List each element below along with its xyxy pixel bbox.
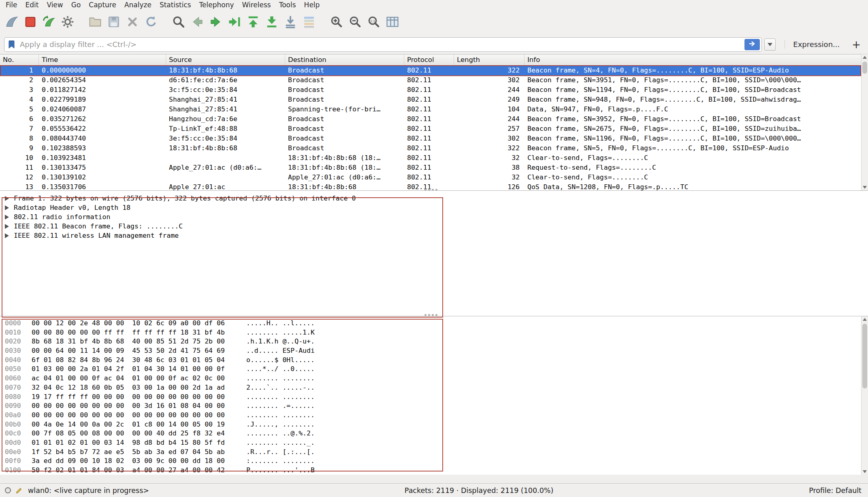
filter-history-dropdown[interactable]: [764, 38, 776, 51]
packet-row[interactable]: 90.10238859318:31:bf:4b:8b:68Broadcast80…: [0, 143, 868, 153]
display-filter-input[interactable]: [17, 40, 744, 49]
packet-row[interactable]: 50.024060087Shanghai_27:85:41Spanning-tr…: [0, 105, 868, 114]
hex-row[interactable]: 00d001 01 01 02 01 00 03 14 98 d8 bd b4 …: [5, 438, 868, 448]
packet-row[interactable]: 20.002654354d6:61:fe:cd:7a:6eBroadcast80…: [0, 75, 868, 85]
menu-wireless[interactable]: Wireless: [238, 0, 275, 10]
hex-row[interactable]: 007032 04 0c 12 18 60 0b 05 03 00 1a 00 …: [5, 383, 868, 392]
find-packet-button[interactable]: [169, 12, 188, 32]
open-file-button[interactable]: [86, 12, 105, 32]
restart-capture-button[interactable]: [40, 12, 58, 32]
filter-bookmark-icon[interactable]: [7, 40, 17, 49]
scroll-up-arrow-icon[interactable]: [862, 316, 868, 323]
packet-row[interactable]: 130.135031706Apple_27:01:ac18:31:bf:4b:8…: [0, 182, 868, 190]
expander-icon[interactable]: [5, 196, 9, 201]
zoom-in-button[interactable]: [327, 12, 346, 32]
stop-capture-button[interactable]: [21, 12, 40, 32]
zoom-out-button[interactable]: [346, 12, 365, 32]
detail-line[interactable]: Radiotap Header v0, Length 18: [3, 203, 868, 212]
resize-columns-button[interactable]: [383, 12, 402, 32]
go-last-packet-button[interactable]: [262, 12, 281, 32]
column-header-no[interactable]: No.: [0, 55, 39, 65]
start-capture-button[interactable]: [2, 12, 21, 32]
save-file-button[interactable]: [105, 12, 123, 32]
expander-icon[interactable]: [5, 233, 9, 238]
scroll-down-arrow-icon[interactable]: [862, 184, 868, 190]
expander-icon[interactable]: [5, 205, 9, 210]
apply-filter-button[interactable]: [744, 39, 760, 50]
hex-row[interactable]: 000000 00 12 00 2e 48 00 00 10 02 6c 09 …: [5, 319, 868, 328]
menu-analyze[interactable]: Analyze: [120, 0, 156, 10]
hex-row[interactable]: 00406f 01 08 82 84 8b 96 24 30 48 6c 03 …: [5, 356, 868, 365]
packet-row[interactable]: 10.00000000018:31:bf:4b:8b:68Broadcast80…: [0, 66, 868, 75]
pane-splitter-handle[interactable]: [424, 189, 427, 191]
scroll-up-arrow-icon[interactable]: [862, 54, 868, 61]
auto-scroll-button[interactable]: [281, 12, 300, 32]
go-to-packet-button[interactable]: [225, 12, 244, 32]
hex-bytes: 8b 68 18 31 bf 4b 8b 68 40 00 85 51 2d 7…: [32, 337, 228, 346]
colorize-packets-button[interactable]: [300, 12, 318, 32]
column-header-info[interactable]: Info: [525, 55, 868, 65]
hex-row[interactable]: 00f03a ed dd 09 00 10 18 02 03 00 9c 00 …: [5, 456, 868, 466]
packet-row[interactable]: 30.0118271423c:f5:cc:0e:35:84Broadcast80…: [0, 85, 868, 95]
detail-line[interactable]: IEEE 802.11 Beacon frame, Flags: .......…: [3, 222, 868, 231]
expression-button[interactable]: Expression...: [785, 40, 840, 49]
menu-telephony[interactable]: Telephony: [195, 0, 238, 10]
hex-row[interactable]: 00a000 00 00 00 00 00 00 00 00 00 00 00 …: [5, 411, 868, 420]
menu-view[interactable]: View: [43, 0, 67, 10]
column-header-source[interactable]: Source: [166, 55, 285, 65]
expander-icon[interactable]: [5, 224, 9, 229]
menu-file[interactable]: File: [2, 0, 21, 10]
packet-row[interactable]: 60.035271262Hangzhou_cd:7a:6eBroadcast80…: [0, 114, 868, 124]
packet-row[interactable]: 70.055536422Tp-LinkT_ef:48:88Broadcast80…: [0, 124, 868, 134]
capture-status-icon[interactable]: [5, 487, 11, 493]
scroll-thumb[interactable]: [862, 324, 867, 388]
column-header-time[interactable]: Time: [39, 55, 166, 65]
zoom-reset-button[interactable]: 1:1: [365, 12, 383, 32]
packet-list-scrollbar[interactable]: [861, 54, 868, 190]
hex-offset: 0060: [5, 374, 23, 383]
hex-row[interactable]: 0060ac 04 01 00 00 0f ac 04 01 00 00 0f …: [5, 374, 868, 383]
menu-capture[interactable]: Capture: [85, 0, 120, 10]
hex-row[interactable]: 010050 f2 02 01 01 84 00 03 a4 00 00 27 …: [5, 466, 868, 475]
profile-label[interactable]: Profile: Default: [809, 486, 862, 495]
hex-row[interactable]: 00c000 7f 08 05 00 08 00 00 00 00 40 dd …: [5, 429, 868, 438]
capture-comment-pencil-icon[interactable]: [15, 486, 23, 495]
scroll-thumb[interactable]: [862, 62, 867, 74]
hex-row[interactable]: 005001 03 00 00 2a 01 04 2f 01 04 30 14 …: [5, 365, 868, 374]
go-forward-button[interactable]: [207, 12, 225, 32]
reload-file-button[interactable]: [142, 12, 160, 32]
go-first-packet-button[interactable]: [244, 12, 262, 32]
packet-row[interactable]: 110.130133475Apple_27:01:ac (d0:a6:…18:3…: [0, 163, 868, 173]
packet-row[interactable]: 40.022799189Shanghai_27:85:41Broadcast80…: [0, 95, 868, 105]
hex-row[interactable]: 001000 00 80 00 00 00 ff ff ff ff ff ff …: [5, 328, 868, 337]
expander-icon[interactable]: [5, 215, 9, 220]
menu-edit[interactable]: Edit: [21, 0, 43, 10]
go-back-button[interactable]: [188, 12, 207, 32]
column-header-destination[interactable]: Destination: [285, 55, 404, 65]
close-file-button[interactable]: [123, 12, 142, 32]
hex-row[interactable]: 009000 00 00 00 00 00 00 00 00 3d 16 01 …: [5, 401, 868, 411]
packet-row[interactable]: 80.0804437403e:f5:cc:0e:35:84Broadcast80…: [0, 134, 868, 143]
hex-row[interactable]: 003000 00 64 00 11 14 00 09 45 53 50 2d …: [5, 346, 868, 356]
pane-splitter-handle[interactable]: [424, 314, 427, 316]
menu-statistics[interactable]: Statistics: [156, 0, 195, 10]
hex-row[interactable]: 00208b 68 18 31 bf 4b 8b 68 40 00 85 51 …: [5, 337, 868, 346]
detail-line[interactable]: 802.11 radio information: [3, 212, 868, 222]
detail-line[interactable]: Frame 1: 322 bytes on wire (2576 bits), …: [3, 194, 868, 203]
capture-options-button[interactable]: [58, 12, 77, 32]
menu-tools[interactable]: Tools: [275, 0, 300, 10]
hex-row[interactable]: 00b000 4a 0e 14 00 0a 00 2c 01 c8 00 14 …: [5, 420, 868, 429]
add-filter-button[interactable]: +: [852, 38, 861, 51]
scroll-down-arrow-icon[interactable]: [862, 468, 868, 475]
packet-row[interactable]: 100.10392348118:31:bf:4b:8b:68 (18:…802.…: [0, 153, 868, 163]
hex-row[interactable]: 00e01f 52 b4 b5 b7 72 ae e5 5b ab 3a ed …: [5, 448, 868, 457]
packet-row[interactable]: 120.130139102Apple_27:01:ac (d0:a6:…802.…: [0, 173, 868, 182]
menu-help[interactable]: Help: [300, 0, 324, 10]
column-header-protocol[interactable]: Protocol: [404, 55, 454, 65]
menu-go[interactable]: Go: [67, 0, 85, 10]
hex-row[interactable]: 008019 17 ff ff ff 00 00 00 00 00 00 00 …: [5, 392, 868, 402]
cell-info: Clear-to-send, Flags=........C: [525, 153, 868, 163]
column-header-length[interactable]: Length: [454, 55, 525, 65]
bytes-scrollbar[interactable]: [861, 316, 868, 475]
detail-line[interactable]: IEEE 802.11 wireless LAN management fram…: [3, 231, 868, 240]
